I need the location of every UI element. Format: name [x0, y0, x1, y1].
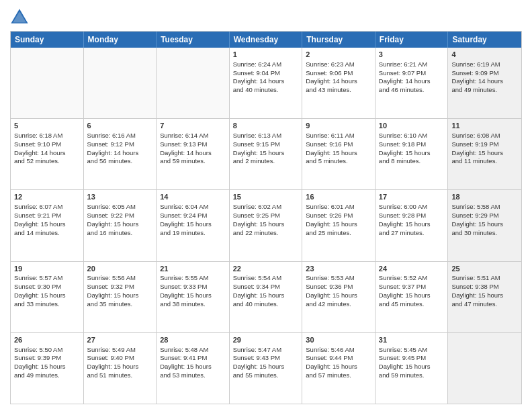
calendar: SundayMondayTuesdayWednesdayThursdayFrid… — [10, 31, 522, 404]
day-info-line: Sunset: 9:12 PM — [87, 140, 153, 149]
day-info-line: Sunset: 9:21 PM — [14, 212, 80, 220]
empty-cell-0-2 — [157, 48, 230, 118]
day-info-line: Daylight: 15 hours — [233, 149, 299, 158]
day-cell-19: 19Sunrise: 5:57 AMSunset: 9:30 PMDayligh… — [11, 262, 84, 332]
day-info-line: Sunset: 9:06 PM — [306, 69, 371, 78]
day-number: 23 — [306, 264, 371, 274]
day-info-line: Sunset: 9:37 PM — [379, 283, 445, 291]
day-info-line: Sunset: 9:36 PM — [306, 283, 371, 291]
day-info-line: Daylight: 15 hours — [160, 291, 226, 300]
day-number: 4 — [451, 50, 518, 60]
header — [10, 7, 522, 26]
day-number: 26 — [14, 335, 80, 345]
day-number: 1 — [233, 50, 299, 60]
day-info-line: Daylight: 15 hours — [379, 291, 445, 300]
day-number: 29 — [233, 335, 299, 345]
day-info-line: Daylight: 15 hours — [87, 220, 153, 229]
day-info-line: Sunset: 9:28 PM — [379, 212, 445, 220]
day-info-line: Sunset: 9:39 PM — [14, 354, 80, 363]
day-number: 24 — [379, 264, 445, 274]
day-cell-31: 31Sunrise: 5:45 AMSunset: 9:45 PMDayligh… — [375, 333, 449, 404]
day-info-line: Daylight: 15 hours — [233, 291, 299, 300]
day-info-line: and 25 minutes. — [306, 229, 371, 238]
day-info-line: Sunrise: 5:57 AM — [14, 274, 80, 283]
day-info-line: Sunrise: 5:52 AM — [379, 274, 445, 283]
day-info-line: Sunset: 9:04 PM — [233, 69, 299, 78]
calendar-row-2: 5Sunrise: 6:18 AMSunset: 9:10 PMDaylight… — [11, 118, 521, 189]
day-cell-26: 26Sunrise: 5:50 AMSunset: 9:39 PMDayligh… — [11, 333, 84, 404]
day-cell-7: 7Sunrise: 6:14 AMSunset: 9:13 PMDaylight… — [157, 119, 230, 189]
day-info-line: and 22 minutes. — [233, 229, 299, 238]
day-info-line: Sunrise: 6:05 AM — [87, 203, 153, 212]
day-number: 8 — [233, 121, 299, 131]
day-info-line: Sunrise: 6:13 AM — [233, 132, 299, 140]
day-info-line: Sunset: 9:24 PM — [160, 212, 226, 220]
day-cell-8: 8Sunrise: 6:13 AMSunset: 9:15 PMDaylight… — [230, 119, 303, 189]
day-cell-2: 2Sunrise: 6:23 AMSunset: 9:06 PMDaylight… — [302, 48, 375, 118]
day-number: 2 — [306, 50, 371, 60]
day-info-line: and 33 minutes. — [14, 300, 80, 309]
day-number: 27 — [87, 335, 153, 345]
day-cell-16: 16Sunrise: 6:01 AMSunset: 9:26 PMDayligh… — [302, 190, 375, 261]
day-info-line: and 14 minutes. — [14, 229, 80, 238]
day-info-line: Sunset: 9:22 PM — [87, 212, 153, 220]
day-cell-11: 11Sunrise: 6:08 AMSunset: 9:19 PMDayligh… — [448, 119, 521, 189]
day-header-monday: Monday — [84, 32, 157, 48]
day-info-line: Sunset: 9:38 PM — [451, 283, 518, 291]
day-cell-17: 17Sunrise: 6:00 AMSunset: 9:28 PMDayligh… — [375, 190, 449, 261]
day-info-line: Daylight: 15 hours — [87, 363, 153, 371]
day-info-line: and 38 minutes. — [160, 300, 226, 309]
day-info-line: Sunset: 9:40 PM — [87, 354, 153, 363]
day-info-line: Daylight: 15 hours — [379, 149, 445, 158]
page: SundayMondayTuesdayWednesdayThursdayFrid… — [0, 0, 532, 411]
day-cell-13: 13Sunrise: 6:05 AMSunset: 9:22 PMDayligh… — [84, 190, 157, 261]
day-info-line: Daylight: 14 hours — [306, 77, 371, 86]
day-info-line: Sunrise: 6:14 AM — [160, 132, 226, 140]
day-info-line: and 40 minutes. — [233, 300, 299, 309]
day-number: 5 — [14, 121, 80, 131]
empty-cell-0-1 — [84, 48, 157, 118]
day-info-line: and 59 minutes. — [160, 157, 226, 166]
day-info-line: Daylight: 15 hours — [306, 363, 371, 371]
day-cell-20: 20Sunrise: 5:56 AMSunset: 9:32 PMDayligh… — [84, 262, 157, 332]
day-info-line: Sunset: 9:29 PM — [451, 212, 518, 220]
day-info-line: Sunset: 9:16 PM — [306, 140, 371, 149]
day-info-line: Daylight: 15 hours — [451, 291, 518, 300]
day-info-line: and 49 minutes. — [451, 86, 518, 95]
day-info-line: Sunrise: 6:00 AM — [379, 203, 445, 212]
day-info-line: Sunset: 9:15 PM — [233, 140, 299, 149]
day-number: 6 — [87, 121, 153, 131]
day-info-line: Daylight: 15 hours — [233, 363, 299, 371]
day-number: 13 — [87, 192, 153, 202]
day-info-line: Sunrise: 5:48 AM — [160, 346, 226, 355]
day-cell-24: 24Sunrise: 5:52 AMSunset: 9:37 PMDayligh… — [375, 262, 449, 332]
day-info-line: Sunrise: 5:50 AM — [14, 346, 80, 355]
day-info-line: and 8 minutes. — [379, 157, 445, 166]
day-info-line: Daylight: 15 hours — [306, 149, 371, 158]
day-number: 30 — [306, 335, 371, 345]
day-number: 10 — [379, 121, 445, 131]
day-info-line: Daylight: 15 hours — [160, 220, 226, 229]
day-header-sunday: Sunday — [11, 32, 84, 48]
logo-icon — [10, 7, 29, 26]
day-number: 3 — [379, 50, 445, 60]
day-number: 31 — [379, 335, 445, 345]
day-info-line: Sunset: 9:45 PM — [379, 354, 445, 363]
day-info-line: Daylight: 15 hours — [451, 220, 518, 229]
day-number: 12 — [14, 192, 80, 202]
day-info-line: and 35 minutes. — [87, 300, 153, 309]
day-info-line: Sunset: 9:19 PM — [451, 140, 518, 149]
day-info-line: and 27 minutes. — [379, 229, 445, 238]
day-info-line: Sunrise: 5:56 AM — [87, 274, 153, 283]
day-info-line: and 52 minutes. — [14, 157, 80, 166]
day-info-line: Sunset: 9:26 PM — [306, 212, 371, 220]
day-cell-28: 28Sunrise: 5:48 AMSunset: 9:41 PMDayligh… — [157, 333, 230, 404]
day-info-line: Sunrise: 6:19 AM — [451, 60, 518, 69]
day-info-line: Sunrise: 6:10 AM — [379, 132, 445, 140]
day-cell-9: 9Sunrise: 6:11 AMSunset: 9:16 PMDaylight… — [302, 119, 375, 189]
day-info-line: Daylight: 14 hours — [87, 149, 153, 158]
day-info-line: Daylight: 15 hours — [379, 220, 445, 229]
calendar-row-1: 1Sunrise: 6:24 AMSunset: 9:04 PMDaylight… — [11, 48, 521, 118]
day-info-line: Daylight: 14 hours — [160, 149, 226, 158]
day-info-line: Daylight: 15 hours — [451, 149, 518, 158]
